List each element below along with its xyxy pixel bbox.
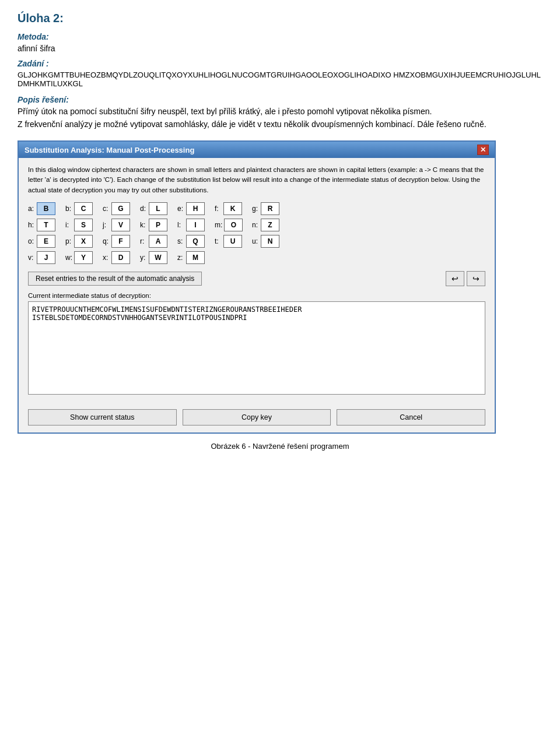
sub-cell-c: c: xyxy=(103,202,138,215)
sub-cell-n: n: xyxy=(252,219,287,231)
undo-button[interactable]: ↩ xyxy=(446,271,464,286)
reset-button[interactable]: Reset entries to the result of the autom… xyxy=(28,272,202,286)
redo-button[interactable]: ↪ xyxy=(467,271,485,286)
dialog: Substitution Analysis: Manual Post-Proce… xyxy=(18,140,496,434)
sub-input-r[interactable] xyxy=(149,235,167,248)
sub-cell-q: q: xyxy=(103,235,138,248)
sub-input-i[interactable] xyxy=(74,219,93,231)
sub-cell-l: l: xyxy=(177,219,212,231)
sub-input-b[interactable] xyxy=(74,202,93,215)
sub-row-3: o: p: q: r: s: xyxy=(28,235,485,248)
method-section: Metoda: afinní šifra xyxy=(18,32,542,53)
dialog-footer: Show current status Copy key Cancel xyxy=(19,403,495,432)
sub-cell-o: o: xyxy=(28,235,63,248)
sub-cell-a: a: xyxy=(28,202,63,215)
sub-cell-j: j: xyxy=(103,219,138,231)
sub-input-c[interactable] xyxy=(111,202,130,215)
sub-input-f[interactable] xyxy=(223,202,242,215)
sub-input-j[interactable] xyxy=(111,219,130,231)
undo-redo-group: ↩ ↪ xyxy=(446,271,485,286)
sub-cell-m: m: xyxy=(215,219,250,231)
decrypt-textarea[interactable] xyxy=(28,301,485,395)
sub-input-a[interactable] xyxy=(37,202,55,215)
sub-input-l[interactable] xyxy=(186,219,205,231)
method-value: afinní šifra xyxy=(18,44,542,53)
sub-cell-g: g: xyxy=(252,202,287,215)
sub-cell-r: r: xyxy=(140,235,175,248)
sub-cell-k: k: xyxy=(140,219,175,231)
sub-row-2: h: i: j: k: l: xyxy=(28,219,485,231)
sub-cell-w: w: xyxy=(65,251,100,264)
copy-key-button[interactable]: Copy key xyxy=(183,409,331,426)
sub-input-m[interactable] xyxy=(224,219,243,231)
popis-label: Popis řešení: xyxy=(18,95,542,104)
zadani-label: Zadání : xyxy=(18,59,542,68)
sub-input-v[interactable] xyxy=(37,251,55,264)
sub-input-h[interactable] xyxy=(37,219,55,231)
dialog-title: Substitution Analysis: Manual Post-Proce… xyxy=(24,146,194,154)
sub-input-s[interactable] xyxy=(186,235,205,248)
sub-cell-i: i: xyxy=(65,219,100,231)
sub-cell-y: y: xyxy=(140,251,175,264)
sub-cell-u: u: xyxy=(252,235,287,248)
sub-input-e[interactable] xyxy=(186,202,205,215)
sub-input-y[interactable] xyxy=(149,251,167,264)
sub-cell-b: b: xyxy=(65,202,100,215)
sub-cell-h: h: xyxy=(28,219,63,231)
sub-input-d[interactable] xyxy=(149,202,167,215)
sub-cell-v: v: xyxy=(28,251,63,264)
sub-cell-p: p: xyxy=(65,235,100,248)
popis-section: Popis řešení: Přímý útok na pomocí subst… xyxy=(18,95,542,129)
sub-input-g[interactable] xyxy=(261,202,279,215)
substitution-grid: a: b: c: d: e: xyxy=(28,202,485,264)
sub-input-p[interactable] xyxy=(74,235,93,248)
sub-cell-s: s: xyxy=(177,235,212,248)
sub-input-q[interactable] xyxy=(111,235,130,248)
sub-row-1: a: b: c: d: e: xyxy=(28,202,485,215)
sub-cell-t: t: xyxy=(215,235,250,248)
zadani-section: Zadání : GLJOHKGMTTBUHEOZBMQYDLZOUQLITQX… xyxy=(18,59,542,88)
popis-text1: Přímý útok na pomocí substituční šifry n… xyxy=(18,107,542,116)
dialog-info-text: In this dialog window ciphertext charact… xyxy=(28,165,485,195)
sub-row-4: v: w: x: y: z: xyxy=(28,251,485,264)
popis-text2: Z frekvenční analýzy je možné vytipovat … xyxy=(18,119,542,129)
cancel-button[interactable]: Cancel xyxy=(337,409,485,426)
method-label: Metoda: xyxy=(18,32,542,41)
caption: Obrázek 6 - Navržené řešení programem xyxy=(18,442,542,451)
sub-input-n[interactable] xyxy=(261,219,279,231)
sub-input-w[interactable] xyxy=(74,251,93,264)
status-label: Current intermediate status of decryptio… xyxy=(28,292,485,299)
sub-input-u[interactable] xyxy=(261,235,279,248)
sub-input-t[interactable] xyxy=(223,235,242,248)
sub-cell-e: e: xyxy=(177,202,212,215)
sub-input-k[interactable] xyxy=(149,219,167,231)
sub-cell-x: x: xyxy=(103,251,138,264)
sub-input-o[interactable] xyxy=(37,235,55,248)
reset-row: Reset entries to the result of the autom… xyxy=(28,271,485,286)
page-title: Úloha 2: xyxy=(18,12,542,25)
show-status-button[interactable]: Show current status xyxy=(28,409,177,426)
sub-cell-f: f: xyxy=(215,202,250,215)
dialog-titlebar: Substitution Analysis: Manual Post-Proce… xyxy=(19,142,495,158)
sub-input-x[interactable] xyxy=(111,251,130,264)
dialog-close-button[interactable]: ✕ xyxy=(477,145,489,155)
sub-cell-d: d: xyxy=(140,202,175,215)
zadani-value: GLJOHKGMTTBUHEOZBMQYDLZOUQLITQXOYXUHLIHO… xyxy=(18,71,542,88)
sub-input-z[interactable] xyxy=(186,251,205,264)
sub-cell-z: z: xyxy=(177,251,212,264)
